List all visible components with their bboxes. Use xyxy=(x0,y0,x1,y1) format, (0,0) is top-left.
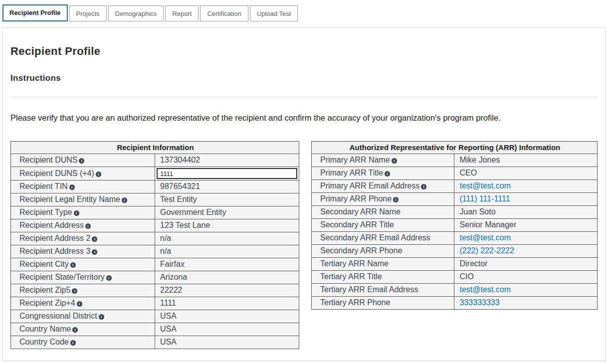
row-label: Primary ARR Phone xyxy=(320,194,392,203)
info-icon[interactable]: i xyxy=(385,171,390,177)
info-icon[interactable]: i xyxy=(74,210,79,216)
tab-projects[interactable]: Projects xyxy=(69,5,107,21)
tertiary-arr-name-label-cell: Tertiary ARR Name xyxy=(311,258,454,271)
tertiary-arr-phone-value-cell: 333333333 xyxy=(454,297,598,310)
info-icon[interactable]: i xyxy=(393,197,399,202)
row-label: Recipient DUNS xyxy=(19,156,77,164)
table-row: Recipient Legal Entity NameiTest Entity xyxy=(11,193,299,206)
country-code-value-cell: USA xyxy=(155,336,299,349)
row-value: 1111 xyxy=(160,299,176,307)
table-row: Secondary ARR NameJuan Soto xyxy=(311,206,597,219)
recipient-tin-value-cell: 987654321 xyxy=(155,181,299,193)
info-icon[interactable]: i xyxy=(72,327,78,333)
row-label: Secondary ARR Title xyxy=(320,220,394,229)
recipient-address-value-cell: 123 Test Lane xyxy=(155,219,299,232)
table-header: Authorized Representative for Reporting … xyxy=(311,142,597,154)
row-label: Recipient Address 3 xyxy=(19,247,90,255)
primary-arr-name-label-cell: Primary ARR Namei xyxy=(311,154,454,167)
tertiary-arr-phone-link[interactable]: 333333333 xyxy=(459,298,499,307)
row-value: USA xyxy=(160,325,177,333)
recipient-state-territory-value-cell: Arizona xyxy=(155,271,299,284)
table-row: Recipient Zip+4i1111 xyxy=(11,297,299,310)
row-value: Test Entity xyxy=(160,195,197,203)
tab-report[interactable]: Report xyxy=(165,5,199,21)
primary-arr-email-address-label-cell: Primary ARR Email Addressi xyxy=(311,180,454,193)
info-icon[interactable]: i xyxy=(85,223,91,229)
row-value: CEO xyxy=(459,169,477,177)
table-row: Recipient DUNS (+4)i xyxy=(11,167,299,181)
instructions-text: Please verify that you are an authorized… xyxy=(10,113,598,123)
table-row: Primary ARR NameiMike Jones xyxy=(311,154,597,167)
table-row: Secondary ARR TitleSenior Manager xyxy=(311,219,597,232)
row-label: Secondary ARR Name xyxy=(320,207,401,216)
info-icon[interactable]: i xyxy=(96,172,101,177)
tertiary-arr-email-address-link[interactable]: test@test.com xyxy=(459,285,511,294)
secondary-arr-title-label-cell: Secondary ARR Title xyxy=(311,219,454,232)
table-row: Primary ARR Email Addressitest@test.com xyxy=(311,180,597,193)
table-row: Tertiary ARR NameDirector xyxy=(311,258,597,271)
info-icon[interactable]: i xyxy=(92,236,97,242)
row-label: Recipient Type xyxy=(19,208,72,216)
info-icon[interactable]: i xyxy=(72,288,77,294)
info-icon[interactable]: i xyxy=(122,197,127,203)
info-icon[interactable]: i xyxy=(77,301,82,307)
tertiary-arr-email-address-label-cell: Tertiary ARR Email Address xyxy=(311,284,454,297)
tab-demographics[interactable]: Demographics xyxy=(108,5,164,21)
tertiary-arr-email-address-value-cell: test@test.com xyxy=(454,284,598,297)
arr-table-header-row: Authorized Representative for Reporting … xyxy=(311,142,597,154)
primary-arr-phone-link[interactable]: (111) 111-1111 xyxy=(459,194,510,203)
info-icon[interactable]: i xyxy=(70,262,76,268)
info-icon[interactable]: i xyxy=(92,249,97,255)
tab-certification[interactable]: Certification xyxy=(200,5,248,21)
table-row: Secondary ARR Email Addresstest@test.com xyxy=(311,232,597,245)
secondary-arr-email-address-link[interactable]: test@test.com xyxy=(459,233,511,242)
table-row: Recipient TypeiGovernment Entity xyxy=(11,206,299,219)
info-icon[interactable]: i xyxy=(106,275,112,281)
country-name-label-cell: Country Namei xyxy=(11,323,155,336)
row-label: Tertiary ARR Name xyxy=(320,259,389,268)
secondary-arr-email-address-value-cell: test@test.com xyxy=(454,232,598,245)
congressional-district-label-cell: Congressional Districti xyxy=(11,310,155,323)
row-label: Recipient State/Territory xyxy=(19,273,105,281)
table-row: Country CodeiUSA xyxy=(11,336,299,349)
row-value: n/a xyxy=(160,234,171,242)
row-label: Recipient Zip5 xyxy=(19,286,70,294)
recipient-zip5-label-cell: Recipient Zip5i xyxy=(11,284,155,297)
recipient-duns-value-cell: 137304402 xyxy=(155,154,299,167)
table-row: Tertiary ARR Email Addresstest@test.com xyxy=(311,284,597,297)
recipient-address-2-value-cell: n/a xyxy=(155,232,299,245)
info-icon[interactable]: i xyxy=(79,158,84,164)
row-value: Mike Jones xyxy=(459,156,500,164)
row-label: Country Code xyxy=(19,338,69,346)
info-icon[interactable]: i xyxy=(99,314,104,320)
tertiary-arr-title-value-cell: CIO xyxy=(454,271,598,284)
recipient-duns-4-input[interactable] xyxy=(157,168,297,179)
recipient-legal-entity-name-value-cell: Test Entity xyxy=(155,193,299,206)
instructions-heading: Instructions xyxy=(10,73,598,83)
tables-container: Recipient InformationRecipient DUNSi1373… xyxy=(10,141,598,349)
info-icon[interactable]: i xyxy=(392,158,397,164)
row-value: 137304402 xyxy=(160,156,200,164)
secondary-arr-name-value-cell: Juan Soto xyxy=(454,206,598,219)
primary-arr-phone-value-cell: (111) 111-1111 xyxy=(454,193,598,206)
tab-recipient-profile[interactable]: Recipient Profile xyxy=(2,4,68,21)
recipient-type-label-cell: Recipient Typei xyxy=(11,206,155,219)
arr-information-table: Authorized Representative for Reporting … xyxy=(311,141,598,310)
row-label: Recipient TIN xyxy=(19,182,68,190)
recipient-legal-entity-name-label-cell: Recipient Legal Entity Namei xyxy=(11,193,155,206)
recipient-table-header-row: Recipient Information xyxy=(11,142,299,154)
table-row: Recipient State/TerritoryiArizona xyxy=(11,271,299,284)
tertiary-arr-title-label-cell: Tertiary ARR Title xyxy=(311,271,454,284)
info-icon[interactable]: i xyxy=(421,184,426,189)
info-icon[interactable]: i xyxy=(70,340,76,346)
row-value: Government Entity xyxy=(160,208,226,216)
primary-arr-email-address-link[interactable]: test@test.com xyxy=(459,182,511,190)
row-value: n/a xyxy=(160,247,171,255)
secondary-arr-phone-link[interactable]: (222) 222-2222 xyxy=(459,246,514,255)
recipient-address-label-cell: Recipient Addressi xyxy=(11,219,155,232)
recipient-address-3-value-cell: n/a xyxy=(155,245,299,258)
table-row: Primary ARR Phonei(111) 111-1111 xyxy=(311,193,597,206)
tab-upload-test[interactable]: Upload Test xyxy=(250,5,298,21)
row-value: Fairfax xyxy=(160,260,185,268)
info-icon[interactable]: i xyxy=(69,184,75,190)
